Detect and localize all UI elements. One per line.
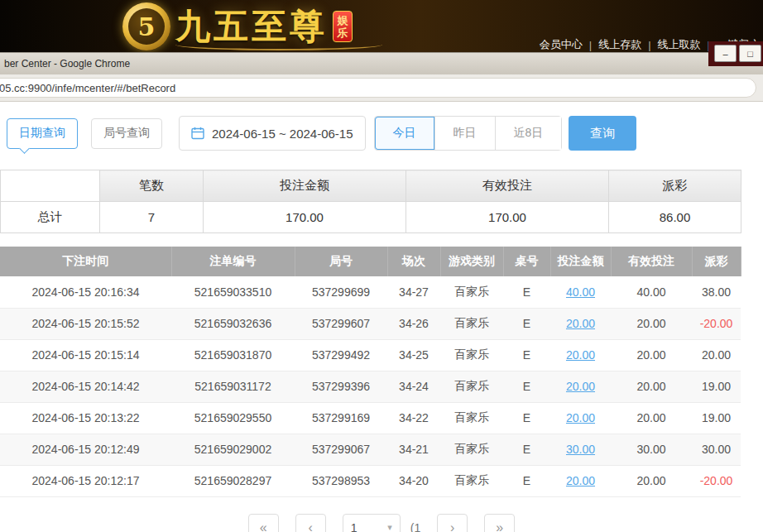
logo-flourish [175, 39, 382, 50]
game-type-cell: 百家乐 [440, 434, 503, 465]
quick-yesterday-button[interactable]: 昨日 [434, 117, 495, 150]
bet-amount-link[interactable]: 20.00 [566, 411, 595, 424]
quick-today-button[interactable]: 今日 [375, 117, 434, 150]
nav-separator: | [589, 39, 592, 51]
bet-amount-cell: 20.00 [550, 371, 611, 402]
summary-blank-header [1, 170, 100, 202]
quick-last8days-button[interactable]: 近8日 [495, 117, 562, 150]
search-button[interactable]: 查询 [569, 116, 636, 151]
bet-col-header: 场次 [387, 247, 440, 276]
bet-record-page: 日期查询 局号查询 2024-06-15 ~ 2024-06-15 今日 昨日 … [0, 102, 763, 532]
minimize-button[interactable]: – [714, 45, 737, 62]
valid-bet-cell: 20.00 [611, 339, 692, 371]
nav-item[interactable]: 会员中心 [540, 37, 583, 52]
logo-coin-icon: 5 [122, 2, 170, 50]
bet-amount-link[interactable]: 20.00 [566, 380, 595, 393]
calendar-icon [191, 127, 204, 140]
bet-amount-cell: 20.00 [550, 402, 611, 434]
payout-cell: 20.00 [692, 339, 741, 371]
bet-amount-cell: 30.00 [550, 434, 611, 465]
date-range-picker[interactable]: 2024-06-15 ~ 2024-06-15 [179, 116, 366, 151]
site-header: 5 九五至尊 娱 乐 会员中心|线上存款|线上取款|一键归户 [0, 0, 763, 52]
summary-total-row: 总计 7 170.00 170.00 86.00 [1, 202, 741, 233]
summary-header-row: 笔数 投注金额 有效投注 派彩 [1, 170, 741, 202]
prev-page-button[interactable]: ‹ [295, 514, 326, 532]
session-cell: 34-20 [387, 465, 440, 496]
game-type-cell: 百家乐 [440, 402, 503, 434]
order-id-cell: 521659028297 [171, 465, 295, 496]
pagination: « ‹ 1 ▾ (1 › » [0, 514, 763, 532]
logo-badge: 娱 乐 [333, 11, 353, 42]
tab-round-query[interactable]: 局号查询 [91, 118, 162, 149]
date-range-text: 2024-06-15 ~ 2024-06-15 [212, 127, 353, 141]
valid-bet-cell: 20.00 [611, 402, 692, 434]
maximize-button[interactable]: □ [739, 45, 761, 62]
bet-time-cell: 2024-06-15 20:14:42 [0, 371, 171, 402]
bet-time-cell: 2024-06-15 20:13:22 [0, 402, 171, 434]
bet-time-cell: 2024-06-15 20:15:52 [0, 308, 171, 339]
round-id-cell: 537299492 [295, 339, 387, 371]
bet-amount-cell: 40.00 [550, 276, 611, 308]
order-id-cell: 521659032636 [171, 308, 295, 339]
payout-cell: -20.00 [692, 465, 741, 496]
bet-amount-cell: 20.00 [550, 465, 611, 496]
order-id-cell: 521659031870 [171, 339, 295, 371]
page-number: 1 [351, 521, 358, 532]
url-text: 05.cc:9900/infe/mcenter/#/betRecord [0, 82, 175, 94]
bet-amount-link[interactable]: 40.00 [566, 285, 595, 299]
bet-amount-link[interactable]: 20.00 [566, 474, 595, 487]
bet-row: 2024-06-15 20:12:49521659029002537299067… [0, 434, 741, 465]
summary-header-bet-amount: 投注金额 [204, 170, 406, 202]
summary-header-valid-bet: 有效投注 [406, 170, 609, 202]
session-cell: 34-22 [387, 402, 440, 434]
bet-table: 下注时间注单编号局号场次游戏类别桌号投注金额有效投注派彩 2024-06-15 … [0, 247, 741, 497]
page-select[interactable]: 1 ▾ [343, 514, 401, 532]
bet-row: 2024-06-15 20:15:14521659031870537299492… [0, 339, 741, 371]
table-id-cell: E [503, 276, 550, 308]
tab-date-query[interactable]: 日期查询 [7, 118, 78, 149]
bet-table-header-row: 下注时间注单编号局号场次游戏类别桌号投注金额有效投注派彩 [0, 247, 741, 276]
table-id-cell: E [503, 308, 550, 339]
next-page-button[interactable]: › [437, 514, 468, 532]
valid-bet-cell: 20.00 [611, 308, 692, 339]
session-cell: 34-24 [387, 371, 440, 402]
game-type-cell: 百家乐 [440, 308, 503, 339]
bet-col-header: 下注时间 [0, 247, 171, 276]
window-controls: – □ [708, 41, 763, 66]
browser-toolbar: 05.cc:9900/infe/mcenter/#/betRecord [0, 74, 763, 102]
bet-col-header: 有效投注 [611, 247, 692, 276]
nav-item[interactable]: 线上存款 [598, 37, 641, 52]
last-page-button[interactable]: » [484, 514, 515, 532]
bet-row: 2024-06-15 20:16:34521659033510537299699… [0, 276, 741, 308]
bet-time-cell: 2024-06-15 20:15:14 [0, 339, 171, 371]
round-id-cell: 537299607 [295, 308, 387, 339]
bet-amount-link[interactable]: 20.00 [566, 348, 595, 362]
logo-badge-char: 娱 [338, 14, 348, 26]
bet-row: 2024-06-15 20:12:17521659028297537298953… [0, 465, 741, 496]
session-cell: 34-25 [387, 339, 440, 371]
nav-item[interactable]: 线上取款 [658, 37, 701, 52]
window-titlebar[interactable]: ber Center - Google Chrome [0, 52, 763, 74]
bet-time-cell: 2024-06-15 20:12:49 [0, 434, 171, 465]
valid-bet-cell: 20.00 [611, 371, 692, 402]
logo-badge-char: 乐 [338, 26, 348, 39]
bet-col-header: 投注金额 [550, 247, 611, 276]
round-id-cell: 537299169 [295, 402, 387, 434]
order-id-cell: 521659029550 [171, 402, 295, 434]
bet-amount-link[interactable]: 30.00 [566, 443, 595, 456]
session-cell: 34-27 [387, 276, 440, 308]
payout-cell: -20.00 [692, 308, 741, 339]
payout-cell: 38.00 [692, 276, 741, 308]
table-id-cell: E [503, 402, 550, 434]
bet-amount-link[interactable]: 20.00 [566, 317, 595, 330]
game-type-cell: 百家乐 [440, 371, 503, 402]
bet-table-body: 2024-06-15 20:16:34521659033510537299699… [0, 276, 741, 496]
summary-count-value: 7 [100, 202, 204, 233]
bet-row: 2024-06-15 20:15:52521659032636537299607… [0, 308, 741, 339]
game-type-cell: 百家乐 [440, 339, 503, 371]
first-page-button[interactable]: « [248, 514, 279, 532]
filter-bar: 日期查询 局号查询 2024-06-15 ~ 2024-06-15 今日 昨日 … [0, 116, 763, 151]
bet-col-header: 游戏类别 [440, 247, 503, 276]
address-bar[interactable]: 05.cc:9900/infe/mcenter/#/betRecord [0, 78, 756, 98]
game-type-cell: 百家乐 [440, 276, 503, 308]
